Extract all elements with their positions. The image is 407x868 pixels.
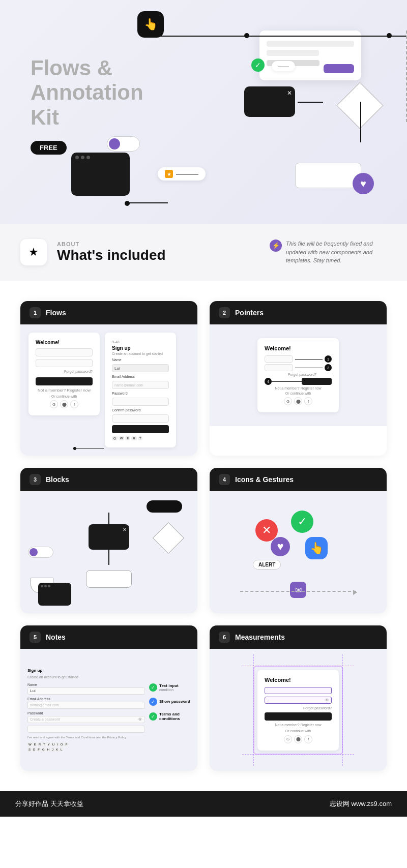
- check-badge: ✓: [251, 58, 265, 72]
- note-email-field: name@email.com: [27, 702, 145, 709]
- about-label: ABOUT: [57, 241, 259, 247]
- flow-line-top: [158, 36, 407, 37]
- a-icon-p: ⬤: [294, 397, 302, 405]
- google-icon: G: [50, 400, 58, 408]
- ptr-line-3: [272, 381, 302, 382]
- step-label: 9-41: [112, 340, 169, 344]
- note-show-password: ✓ Show password: [149, 698, 190, 706]
- notes-labels: ✓ Text input condition ✓ Show password: [149, 668, 190, 721]
- confirm-input: [112, 414, 169, 423]
- card-pointers: 2 Pointers Welcome! 1: [210, 301, 387, 456]
- toggle-dot: [109, 138, 120, 149]
- mini-field-email: [36, 348, 93, 356]
- about-section: ★ ABOUT What's included ⚡ This file will…: [0, 224, 407, 281]
- note-terms: ✓ Terms and conditions: [149, 712, 190, 721]
- pointer-welcome: Welcome!: [265, 345, 332, 351]
- note-name-value: Lui: [30, 689, 36, 693]
- note-label-title-1: Text input: [159, 683, 179, 688]
- card-header-icons: 4 Icons & Gestures: [210, 468, 387, 491]
- g-icon-p: G: [284, 397, 292, 405]
- name-label: Name: [112, 358, 169, 362]
- note-label-1: Text input condition: [159, 683, 179, 692]
- mini-browser: [38, 583, 71, 606]
- eye-icon: 👁: [138, 717, 142, 722]
- flow-dot-start: [73, 447, 76, 450]
- key-r: R: [131, 436, 136, 440]
- note-label-desc-1: condition: [159, 688, 179, 692]
- password-label: Password: [112, 392, 169, 395]
- card-body-measurements: Welcome! 👁 Forgot password? Not a member…: [210, 649, 387, 771]
- flow-indicator: [73, 448, 104, 448]
- lightning-icon: ⚡: [270, 240, 282, 252]
- card-blocks: 3 Blocks ✕: [20, 468, 197, 613]
- measure-form: Welcome! 👁 Forgot password? Not a member…: [257, 670, 339, 751]
- browser-dots: [71, 153, 130, 162]
- note-text-input: ✓ Text input condition: [149, 683, 190, 692]
- check-note-1: ✓: [149, 683, 157, 692]
- key-t: T: [138, 436, 143, 440]
- field-bar-1: [267, 41, 354, 47]
- note-pass-field: Create a password 👁: [27, 716, 145, 723]
- note-name-field: Lui: [27, 687, 145, 695]
- k-h: H: [46, 747, 50, 752]
- mini-social-icons: G ⬤ f: [36, 400, 93, 408]
- dot-3: [86, 156, 90, 159]
- flow-diagram: ✕: [20, 491, 197, 613]
- card-title-measurements: Measurements: [235, 633, 285, 641]
- k-p: P: [64, 742, 68, 746]
- mini-login-btn: [36, 377, 93, 385]
- card-num-2: 2: [219, 307, 230, 318]
- v-line-1: [108, 550, 109, 565]
- connector-dot-2: [387, 33, 392, 38]
- field-bar-2: [267, 50, 319, 56]
- note-label-title-2: Show password: [159, 699, 190, 704]
- arrow-head: [353, 590, 357, 595]
- dot-1: [75, 156, 79, 159]
- key-w: W: [119, 436, 125, 440]
- purple-button: [324, 64, 354, 73]
- check-circle-icon: ✓: [291, 511, 313, 533]
- h-measure-1: [242, 666, 354, 666]
- signup-subtitle: Create an account to get started: [112, 352, 169, 355]
- card-title-notes: Notes: [46, 633, 66, 641]
- note-name-label: Name: [27, 683, 145, 686]
- notes-content: Sign up Create an account to get started…: [20, 661, 197, 759]
- key-q: Q: [112, 436, 118, 440]
- hero-section: Flows & Annotation Kit FREE 👆 ✓ —— ✕: [0, 0, 407, 224]
- k-r: R: [38, 742, 42, 746]
- email-input: name@email.com: [112, 381, 169, 389]
- signup-title: Sign up: [112, 345, 169, 351]
- arrow-line-v: [360, 102, 361, 142]
- purple-toggle-hero: [107, 136, 140, 152]
- note-label-title-3: Terms and: [159, 712, 180, 716]
- dashed-arrow-line: [240, 591, 356, 592]
- about-note: ⚡ This file will be frequently fixed and…: [270, 240, 387, 265]
- md-3: [48, 585, 50, 587]
- card-num-4: 4: [219, 474, 230, 485]
- forgot-p: Forgot password?: [265, 373, 332, 376]
- h-measure-2: [242, 754, 354, 755]
- md-1: [41, 585, 43, 587]
- hero-heading: Flows & Annotation Kit: [31, 56, 143, 130]
- keyboard-row-2: S D F G H J K L: [27, 747, 145, 752]
- k-g: G: [41, 747, 46, 752]
- note-confirm-field: [27, 726, 145, 733]
- note-label-title-3b: conditions: [159, 716, 180, 721]
- card-title-icons: Icons & Gestures: [235, 475, 294, 484]
- touch-icon: 👆: [137, 11, 164, 38]
- facebook-icon: f: [70, 400, 78, 408]
- pass-field-p: [265, 364, 293, 371]
- mini-form-login: Welcome! Forgot password? Not a member? …: [28, 333, 100, 415]
- k-w: W: [27, 742, 33, 746]
- k-l: L: [60, 747, 63, 752]
- check-note-3: ✓: [149, 712, 157, 721]
- blocks-toggle-dot: [30, 548, 38, 556]
- annotation-text: ————: [176, 171, 198, 177]
- touch-gesture-icon: 👆: [305, 537, 328, 559]
- ptr-line-2: [295, 368, 323, 368]
- star-icon-sm: ★: [165, 170, 173, 178]
- notes-subtitle: Create an account to get started: [27, 675, 145, 679]
- k-u: U: [51, 742, 55, 746]
- arrow-line-1: [298, 102, 323, 103]
- email-field-p: [265, 355, 293, 363]
